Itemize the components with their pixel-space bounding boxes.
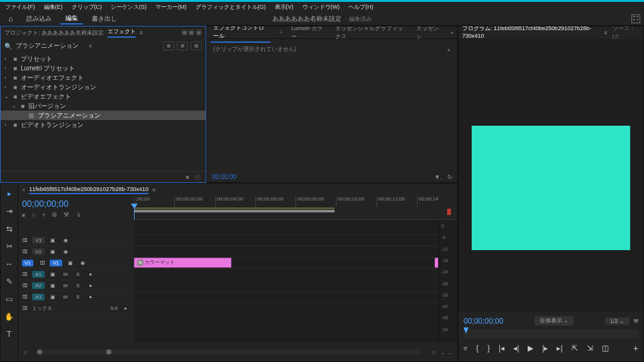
tab-essential-graphics[interactable]: エッセンシャルグラフィックス <box>333 26 408 42</box>
play-button[interactable]: ▶ <box>528 344 533 353</box>
filter-badge-1[interactable]: ▦ <box>163 41 174 50</box>
tab-essential[interactable]: エッセンシ <box>414 26 444 42</box>
tab-lumetri[interactable]: Lumetri カラー <box>289 26 326 42</box>
rectangle-tool[interactable]: ▭ <box>3 293 16 305</box>
hand-tool[interactable]: ✋ <box>3 310 16 323</box>
type-tool[interactable]: T <box>3 328 16 341</box>
lift-button[interactable]: ⇱ <box>572 344 578 353</box>
track-header-a3[interactable]: ⚿A3▣MS● <box>18 292 134 303</box>
linked-selection-icon[interactable]: ∩ <box>31 211 36 218</box>
track-header-v1[interactable]: V1⚿V1▣◉ <box>18 258 134 269</box>
settings-icon[interactable]: ⚙ <box>52 211 57 218</box>
pen-tool[interactable]: ✎ <box>3 275 16 288</box>
ec-timecode[interactable]: 00:00:00 <box>212 173 236 180</box>
chevron-right-icon[interactable]: ▸ <box>448 47 451 53</box>
menu-edit[interactable]: 編集(E) <box>44 3 63 11</box>
wrench-icon[interactable]: ⚒ <box>64 211 69 218</box>
slip-tool[interactable]: ↔ <box>3 258 16 270</box>
mark-out-button[interactable]: } <box>487 344 490 353</box>
new-bin-icon[interactable]: ■ <box>186 173 189 180</box>
tree-row[interactable]: ›■Lumetri プリセット <box>1 63 206 73</box>
tree-row[interactable]: ⌄■旧バージョン <box>1 101 206 111</box>
effects-search-input[interactable] <box>16 43 85 50</box>
selection-tool[interactable]: ▸ <box>3 187 16 200</box>
mark-in-button[interactable]: { <box>476 344 479 353</box>
program-scrubber[interactable] <box>464 329 638 338</box>
effects-badge-2[interactable]: ▦ <box>189 30 194 35</box>
tab-project[interactable]: プロジェクト: ああああああ名称未設定 <box>4 29 104 37</box>
tree-row[interactable]: ›■オーディオトランジション <box>1 82 206 92</box>
tree-row-selected[interactable]: ▦ブラシアニメーション <box>1 111 206 120</box>
zoom-slider[interactable] <box>37 349 421 354</box>
filter-badge-3[interactable]: ▦ <box>191 41 202 50</box>
zoom-in-icon[interactable]: ○ <box>431 349 435 356</box>
track-select-tool[interactable]: ⇥ <box>3 205 16 217</box>
resolution-select[interactable]: 1/2 ⌄ <box>605 317 630 325</box>
tabs-overflow-icon[interactable]: » <box>450 30 453 36</box>
workspace-export[interactable]: 書き出し <box>87 13 122 25</box>
button-editor-icon[interactable]: + <box>633 343 638 353</box>
close-sequence-icon[interactable]: × <box>22 187 25 193</box>
track-header-mix[interactable]: ⚿ミックス0.0▸ <box>18 303 134 314</box>
step-back-button[interactable]: ◂| <box>513 344 519 353</box>
clip-color-matte[interactable]: fxカラーマット <box>134 258 231 268</box>
timeline-track-area[interactable]: fxカラーマット <box>134 220 438 343</box>
menu-help[interactable]: ヘルプ(H) <box>348 3 374 11</box>
panel-menu-icon[interactable]: ≡ <box>604 30 607 36</box>
track-header-v3[interactable]: ⚿V3▣◉ <box>18 235 134 246</box>
track-header-v2[interactable]: ⚿V2▣◉ <box>18 246 134 258</box>
loop-icon[interactable]: ↻ <box>447 173 452 180</box>
tree-row[interactable]: ›■オーディオエフェクト <box>1 73 206 82</box>
maximize-icon[interactable]: ⛶ <box>631 14 640 23</box>
sequence-tab[interactable]: 11feb65f8517cf40be250b291027b28b-730x410 <box>29 186 148 194</box>
clear-search-icon[interactable]: × <box>89 43 92 50</box>
workspace-edit[interactable]: 編集 <box>60 13 83 25</box>
menu-marker[interactable]: マーカー(M) <box>155 3 187 11</box>
menu-clip[interactable]: クリップ(C) <box>72 3 103 11</box>
filter-badge-2[interactable]: ▦ <box>177 41 188 50</box>
add-marker-button[interactable]: ▿ <box>464 344 467 353</box>
menu-sequence[interactable]: シーケンス(S) <box>111 3 147 11</box>
effects-badge-1[interactable]: ▦ <box>182 30 187 35</box>
menu-graphics[interactable]: グラフィックとタイトル(G) <box>196 3 266 11</box>
razor-tool[interactable]: ✂ <box>3 240 16 253</box>
extract-button[interactable]: ⇲ <box>587 344 593 353</box>
go-to-in-button[interactable]: |◂ <box>499 344 504 353</box>
menu-view[interactable]: 表示(V) <box>275 3 294 11</box>
sequence-end-marker <box>447 209 451 215</box>
delete-icon[interactable]: ⨂ <box>194 173 201 180</box>
go-to-out-button[interactable]: ▸| <box>557 344 562 353</box>
tab-effects[interactable]: エフェクト <box>108 28 136 38</box>
panel-menu-icon[interactable]: ≡ <box>152 187 155 193</box>
clip-end[interactable] <box>435 258 438 268</box>
step-forward-button[interactable]: |▸ <box>542 344 548 353</box>
menu-window[interactable]: ウィンドウ(W) <box>303 3 340 11</box>
effects-badge-3[interactable]: ▦ <box>196 30 202 35</box>
tab-effect-controls[interactable]: エフェクトコントロール <box>211 26 270 43</box>
panel-menu-icon[interactable]: ≡ <box>279 30 282 35</box>
playhead-icon[interactable] <box>464 327 469 334</box>
track-header-a2[interactable]: ⚿A2▣MS● <box>18 280 134 292</box>
export-frame-button[interactable]: ◫ <box>602 344 609 353</box>
tree-row[interactable]: ⌄■ビデオエフェクト <box>1 92 206 101</box>
track-header-a1[interactable]: ⚿A1▣MS● <box>18 269 134 280</box>
menu-file[interactable]: ファイル(F) <box>5 3 35 11</box>
ripple-tool[interactable]: ⇆ <box>3 222 16 235</box>
program-timecode[interactable]: 00;00;00;00 <box>464 317 503 326</box>
snap-icon[interactable]: ⸙ <box>22 211 25 218</box>
zoom-out-icon[interactable]: ○ <box>23 349 27 356</box>
timeline-timecode[interactable]: 00;00;00;00 <box>22 199 130 209</box>
settings-icon[interactable]: ⚒ <box>633 318 638 324</box>
zoom-fit-select[interactable]: 全体表示 ⌄ <box>535 316 574 326</box>
time-ruler[interactable]: ;00;0000;00;02;0000;00;04;0000;00;06;000… <box>134 196 457 220</box>
filter-icon[interactable]: ▼. <box>434 173 442 180</box>
tree-row[interactable]: ›■ビデオトランジション <box>1 120 206 129</box>
home-icon[interactable]: ⌂ <box>4 14 18 23</box>
marker-icon[interactable]: ▿ <box>42 211 45 218</box>
insert-icon[interactable]: ↴ <box>75 211 80 218</box>
workspace-import[interactable]: 読み込み <box>21 13 57 25</box>
panel-menu-icon[interactable]: ≡ <box>140 30 143 36</box>
tree-row[interactable]: ›■プリセット <box>1 54 206 63</box>
timeline-options-icon[interactable]: ⌄ ⌄ <box>440 349 452 356</box>
program-video-output[interactable] <box>472 126 630 250</box>
